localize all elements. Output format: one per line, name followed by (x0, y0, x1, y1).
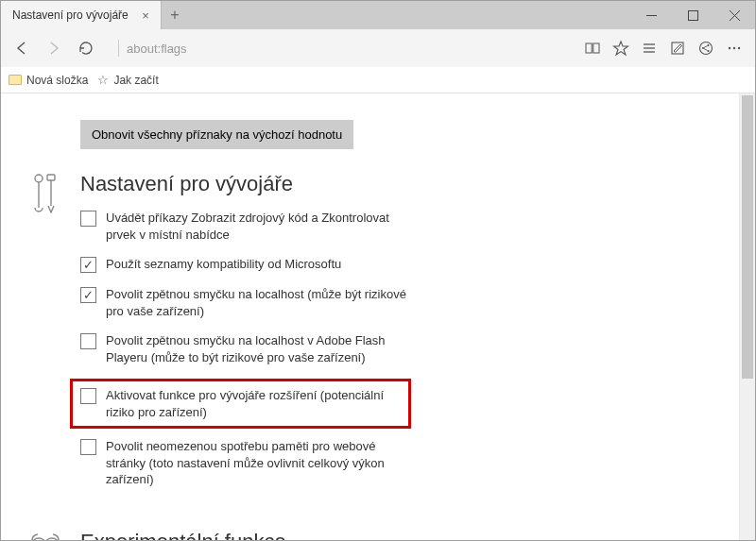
folder-icon (9, 75, 22, 85)
minimize-button[interactable] (630, 1, 672, 29)
page-content: Obnovit všechny příznaky na výchozí hodn… (1, 93, 739, 540)
svg-rect-4 (586, 43, 592, 53)
scrollbar-thumb[interactable] (742, 95, 753, 379)
checkbox[interactable] (80, 287, 96, 303)
svg-point-24 (45, 538, 59, 540)
maximize-button[interactable] (672, 1, 713, 29)
share-icon[interactable] (693, 35, 719, 61)
svg-rect-21 (47, 175, 55, 180)
option-label: Použít seznamy kompatibility od Microsof… (106, 256, 411, 273)
vertical-scrollbar[interactable] (739, 93, 755, 540)
svg-rect-9 (672, 42, 683, 54)
bookmark-item[interactable]: ☆ Jak začít (97, 73, 158, 87)
refresh-button[interactable] (73, 35, 99, 61)
checkbox[interactable] (80, 211, 96, 227)
star-icon: ☆ (97, 73, 109, 87)
section-title-experimental: Experimentální funkce (80, 530, 411, 540)
address-bar[interactable]: about:flags (111, 35, 568, 61)
option-label: Povolit zpětnou smyčku na localhost (můž… (106, 286, 411, 319)
option-row: Použít seznamy kompatibility od Microsof… (80, 256, 411, 273)
checkbox[interactable] (80, 439, 96, 455)
checkbox[interactable] (80, 388, 96, 404)
checkbox[interactable] (80, 333, 96, 349)
close-tab-icon[interactable]: × (138, 8, 153, 23)
option-label: Povolit neomezenou spotřebu paměti pro w… (106, 438, 411, 488)
svg-point-16 (729, 47, 730, 49)
forward-button[interactable] (41, 35, 67, 61)
new-tab-button[interactable]: + (162, 1, 188, 29)
option-row: Povolit zpětnou smyčku na localhost (můž… (80, 286, 411, 319)
option-row: Povolit neomezenou spotřebu paměti pro w… (80, 438, 411, 488)
address-text: about:flags (127, 42, 187, 56)
svg-line-15 (704, 49, 708, 51)
bookmark-label: Jak začít (113, 74, 158, 87)
webnote-icon[interactable] (664, 35, 691, 61)
more-icon[interactable] (721, 35, 747, 61)
option-label: Uvádět příkazy Zobrazit zdrojový kód a Z… (106, 210, 411, 243)
option-label: Povolit zpětnou smyčku na localhost v Ad… (106, 332, 411, 365)
titlebar: Nastavení pro vývojáře × + (1, 1, 755, 29)
reset-flags-button[interactable]: Obnovit všechny příznaky na výchozí hodn… (80, 120, 353, 149)
reading-view-icon[interactable] (579, 35, 606, 61)
svg-rect-1 (688, 10, 697, 20)
close-window-button[interactable] (713, 1, 755, 29)
svg-point-23 (32, 538, 45, 540)
option-row: Povolit zpětnou smyčku na localhost v Ad… (80, 332, 411, 365)
back-button[interactable] (9, 35, 35, 61)
tab-title: Nastavení pro vývojáře (12, 8, 138, 22)
section-title-developer: Nastavení pro vývojáře (80, 172, 411, 196)
goggles-icon (29, 530, 61, 540)
favorite-star-icon[interactable] (608, 35, 634, 61)
toolbar: about:flags (1, 29, 755, 67)
hub-icon[interactable] (636, 35, 662, 61)
svg-line-14 (704, 46, 708, 48)
bookmark-folder[interactable]: Nová složka (9, 74, 88, 87)
option-label: Aktivovat funkce pro vývojáře rozšíření … (106, 387, 401, 420)
bookmarks-bar: Nová složka ☆ Jak začít (1, 67, 755, 93)
highlighted-option: Aktivovat funkce pro vývojáře rozšíření … (70, 379, 411, 429)
checkbox[interactable] (80, 257, 96, 273)
svg-rect-5 (593, 43, 599, 53)
browser-tab[interactable]: Nastavení pro vývojáře × (1, 1, 162, 29)
bookmark-label: Nová složka (26, 74, 88, 87)
svg-point-19 (35, 175, 43, 182)
option-row: Uvádět příkazy Zobrazit zdrojový kód a Z… (80, 210, 411, 243)
svg-point-10 (700, 42, 713, 55)
tools-icon (29, 172, 61, 501)
svg-point-17 (733, 47, 735, 49)
svg-point-18 (738, 47, 740, 49)
option-row: Aktivovat funkce pro vývojáře rozšíření … (80, 387, 401, 420)
